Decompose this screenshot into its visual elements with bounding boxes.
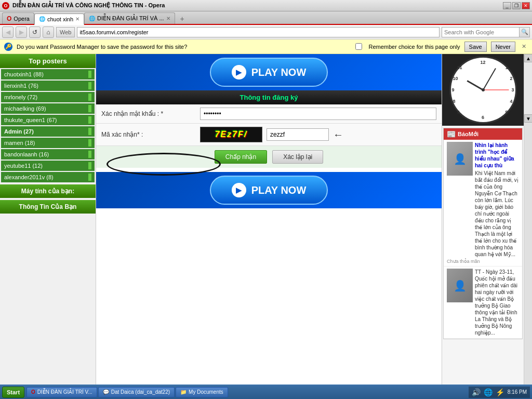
news-item-2[interactable]: 👤 TT - Ngày 23-11, Quốc hội mở đầu phiên… bbox=[444, 267, 522, 339]
play-now-bottom-banner[interactable]: ▶ PLAY NOW bbox=[96, 172, 442, 208]
close-button[interactable]: ✕ bbox=[522, 2, 530, 9]
restore-button[interactable]: ❐ bbox=[512, 2, 521, 9]
tab-chuotxinh-close[interactable]: ✕ bbox=[75, 16, 79, 22]
poster-bar bbox=[88, 139, 91, 147]
tray-icon-3: ⚡ bbox=[496, 388, 504, 396]
poster-bar bbox=[88, 151, 91, 158]
password-bar-text: Do you want Password Manager to save the… bbox=[17, 44, 187, 50]
news-item-1[interactable]: 👤 Nhìn lại hành trình "học để hiểu nhau"… bbox=[444, 140, 522, 267]
poster-item[interactable]: yeutube11 (12) bbox=[1, 161, 95, 171]
poster-name: alexander2011v (8) bbox=[4, 174, 54, 180]
arrow-hint-icon: ← bbox=[333, 129, 343, 141]
start-button[interactable]: Start bbox=[2, 387, 24, 398]
poster-name: yeutube11 (12) bbox=[4, 163, 43, 169]
poster-name: thukute_queen1 (67) bbox=[4, 117, 57, 123]
poster-bar bbox=[88, 71, 91, 78]
address-bar-group: Web bbox=[56, 27, 440, 37]
title-bar-controls: _ ❐ ✕ bbox=[503, 2, 530, 9]
window-title: DIỄN ĐÀN GIẢI TRÍ VÀ CÔNG NGHỆ THÔNG TIN… bbox=[12, 2, 165, 9]
poster-item[interactable]: thukute_queen1 (67) bbox=[1, 115, 95, 125]
title-bar: O DIỄN ĐÀN GIẢI TRÍ VÀ CÔNG NGHỆ THÔNG T… bbox=[0, 0, 532, 11]
poster-item[interactable]: chuotxinh1 (88) bbox=[1, 69, 95, 79]
taskbar-time: 8:16 PM bbox=[508, 389, 527, 395]
news-header-label: BáoMới bbox=[458, 131, 478, 138]
password-bar-close[interactable]: ✕ bbox=[520, 43, 528, 51]
clock-num-1: 1 bbox=[505, 65, 508, 70]
poster-bar bbox=[88, 105, 91, 112]
captcha-image: 7Ez7F/ bbox=[200, 127, 262, 142]
play-now-top-banner[interactable]: ▶ PLAY NOW bbox=[96, 54, 442, 90]
tab-bar: O Opera 🌐 chuot xinh ✕ 🌐 DIỄN ĐÀN GIẢI T… bbox=[0, 11, 532, 25]
clock-num-6: 6 bbox=[482, 115, 484, 120]
taskbar-docs-label: My Documents bbox=[189, 389, 223, 395]
poster-item[interactable]: mamen (18) bbox=[1, 138, 95, 148]
tab-chuotxinh-label: chuot xinh bbox=[47, 16, 73, 22]
registration-form: Thông tin đăng ký Xác nhận mật khẩu : * … bbox=[96, 90, 442, 168]
my-info-section[interactable]: Thông Tin Của Bạn bbox=[0, 200, 96, 214]
play-now-top-label: PLAY NOW bbox=[251, 66, 307, 78]
clock-num-9: 9 bbox=[452, 87, 455, 92]
reload-button[interactable]: ↺ bbox=[29, 26, 41, 38]
scroll-up-button[interactable]: ▲ bbox=[524, 54, 532, 62]
remember-choice-checkbox[interactable] bbox=[355, 43, 362, 50]
minimize-button[interactable]: _ bbox=[503, 2, 511, 9]
content-area: ▶ PLAY NOW Thông tin đăng ký Xác nhận mậ… bbox=[96, 54, 442, 384]
submit-button[interactable]: Chấp nhận bbox=[215, 150, 267, 164]
back-button[interactable]: ◀ bbox=[2, 26, 14, 38]
new-tab-button[interactable]: + bbox=[177, 14, 188, 24]
clock-num-12: 12 bbox=[480, 60, 485, 65]
clock-num-5: 5 bbox=[505, 110, 508, 115]
form-buttons: Chấp nhận Xác lập lại bbox=[96, 146, 442, 168]
clock-num-8: 8 bbox=[453, 99, 456, 104]
play-now-top-button[interactable]: ▶ PLAY NOW bbox=[210, 58, 328, 87]
content-inner: ▶ PLAY NOW Thông tin đăng ký Xác nhận mậ… bbox=[96, 54, 442, 384]
tab-dien-dan-close[interactable]: ✕ bbox=[166, 16, 170, 21]
clock-center bbox=[482, 88, 485, 91]
captcha-input[interactable] bbox=[267, 128, 329, 141]
second-hand bbox=[483, 90, 509, 90]
poster-item[interactable]: bandonlaanh (16) bbox=[1, 149, 95, 159]
taskbar-item-dat[interactable]: 💬 Dat Daica (dai_ca_dat22) bbox=[98, 387, 175, 397]
play-now-bottom-button[interactable]: ▶ PLAY NOW bbox=[210, 176, 328, 205]
top-posters-header: Top posters bbox=[0, 54, 96, 68]
poster-name: Admin (27) bbox=[4, 128, 34, 135]
address-input[interactable] bbox=[77, 27, 440, 37]
posters-list: chuotxinh1 (88)lienxinh1 (76)mrlonely (7… bbox=[0, 69, 96, 182]
minute-hand bbox=[483, 68, 496, 90]
poster-bar bbox=[88, 162, 91, 169]
reset-button[interactable]: Xác lập lại bbox=[272, 150, 323, 164]
poster-item[interactable]: michaelking (69) bbox=[1, 103, 95, 114]
main-scrollbar[interactable]: ▲ ▼ bbox=[524, 54, 532, 384]
search-input[interactable] bbox=[442, 27, 520, 37]
taskbar-items: O DIỄN ĐÀN GIẢI TRÍ V... 💬 Dat Daica (da… bbox=[26, 387, 228, 397]
scroll-down-button[interactable]: ▼ bbox=[524, 114, 532, 123]
news-text-2: TT - Ngày 23-11, Quốc hội mở đầu phiên c… bbox=[475, 269, 519, 336]
captcha-label: Mã xác nhận* : bbox=[101, 131, 195, 138]
forward-button[interactable]: ▶ bbox=[16, 26, 27, 38]
poster-bar bbox=[88, 116, 91, 124]
confirm-password-input[interactable] bbox=[200, 108, 436, 120]
tab-chuotxinh[interactable]: 🌐 chuot xinh ✕ bbox=[34, 14, 84, 25]
search-button[interactable]: 🔍 bbox=[520, 27, 530, 37]
poster-item[interactable]: mrlonely (72) bbox=[1, 92, 95, 102]
clock-face: 12 1 2 3 4 5 6 7 8 9 10 11 bbox=[449, 56, 517, 124]
news-text-1: Nhìn lại hành trình "học để hiểu nhau" g… bbox=[475, 142, 519, 258]
remember-choice-label: Remember choice for this page only bbox=[368, 44, 460, 50]
tab-dien-dan[interactable]: 🌐 DIỄN ĐÀN GIẢI TRÍ VÀ ... ✕ bbox=[84, 12, 175, 24]
my-computer-section[interactable]: Máy tính của bạn: bbox=[0, 184, 96, 198]
home-button[interactable]: ⌂ bbox=[43, 26, 54, 38]
clock-widget: 12 1 2 3 4 5 6 7 8 9 10 11 bbox=[442, 54, 524, 126]
taskbar-item-docs[interactable]: 📁 My Documents bbox=[176, 387, 228, 397]
poster-item[interactable]: lienxinh1 (76) bbox=[1, 81, 95, 91]
poster-item[interactable]: alexander2011v (8) bbox=[1, 172, 95, 182]
poster-item[interactable]: Admin (27) bbox=[1, 126, 95, 137]
taskbar-tray: 🔊 🌐 ⚡ 8:16 PM bbox=[469, 387, 530, 398]
tab-opera[interactable]: O Opera bbox=[2, 12, 34, 24]
taskbar-item-opera[interactable]: O DIỄN ĐÀN GIẢI TRÍ V... bbox=[26, 387, 97, 397]
password-save-button[interactable]: Save bbox=[464, 42, 487, 52]
news-widget: 📰 BáoMới 👤 Nhìn lại hành trình "học để h… bbox=[443, 128, 523, 339]
poster-bar bbox=[88, 128, 91, 135]
password-never-button[interactable]: Never bbox=[491, 42, 515, 52]
clock-num-11: 11 bbox=[457, 65, 462, 70]
news-thumb-1: 👤 bbox=[447, 142, 473, 176]
